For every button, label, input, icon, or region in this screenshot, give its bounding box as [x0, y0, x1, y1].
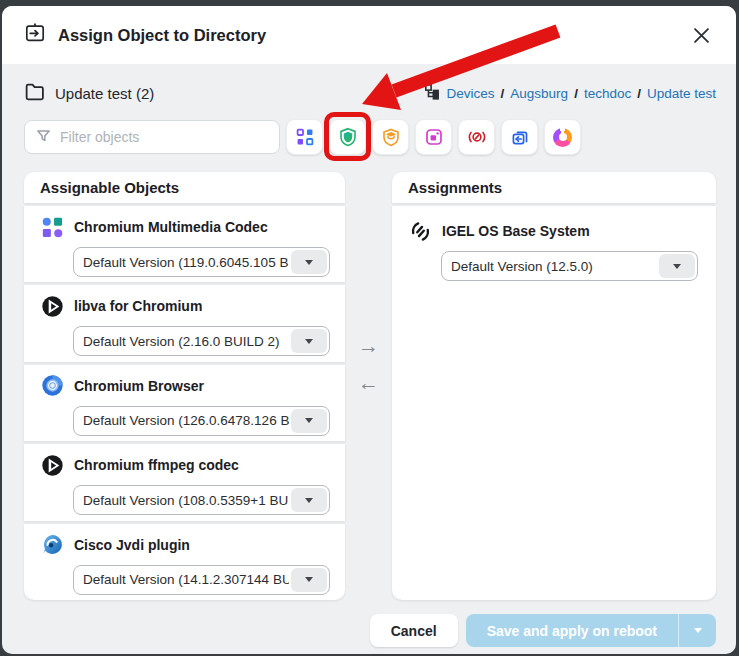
assignable-objects-panel: Assignable Objects Ch: [24, 172, 345, 600]
unassign-left-arrow[interactable]: ←: [358, 372, 379, 393]
version-select-value: Default Version (14.1.2.307144 BUILD: [74, 572, 289, 587]
version-select-value: Default Version (126.0.6478.126 BUILD: [74, 413, 289, 428]
breadcrumb-separator: /: [637, 86, 641, 101]
version-select-value: Default Version (108.0.5359+1 BUILD: [74, 493, 289, 508]
object-title: libva for Chromium: [74, 298, 202, 314]
save-options-dropdown[interactable]: [678, 614, 716, 647]
version-select[interactable]: Default Version (2.16.0 BUILD 2): [73, 326, 330, 356]
dialog-footer: Cancel Save and apply on reboot: [24, 614, 716, 647]
breadcrumb-link-techdoc[interactable]: techdoc: [584, 86, 631, 101]
close-icon[interactable]: [688, 22, 714, 48]
shield-green-icon[interactable]: [329, 119, 366, 155]
dialog-content: Update test (2) Devices / Augsburg: [2, 81, 736, 647]
list-item-igel-os-base-system[interactable]: IGEL OS Base System Default Version (12.…: [408, 219, 701, 281]
version-select[interactable]: Default Version (14.1.2.307144 BUILD: [73, 565, 330, 595]
breadcrumb-separator: /: [574, 86, 578, 101]
version-select-value: Default Version (119.0.6045.105 BUILD: [74, 255, 289, 270]
screen: Assign Object to Directory Update test (…: [0, 0, 739, 656]
assign-object-dialog: Assign Object to Directory Update test (…: [2, 6, 736, 654]
color-wheel-icon[interactable]: [544, 119, 581, 155]
dialog-title: Assign Object to Directory: [58, 26, 266, 45]
multimedia-codec-icon: [40, 215, 64, 239]
filter-input-field[interactable]: [60, 129, 269, 145]
object-title: Chromium ffmpeg codec: [74, 457, 239, 473]
object-title: Chromium Multimedia Codec: [74, 219, 268, 235]
app-container-magenta-icon[interactable]: [415, 119, 452, 155]
breadcrumb-link-devices[interactable]: Devices: [447, 86, 495, 101]
chevron-down-icon[interactable]: [291, 409, 327, 433]
breadcrumb: Devices / Augsburg / techdoc / Update te…: [424, 83, 716, 103]
folder-icon: [24, 81, 45, 106]
dialog-header: Assign Object to Directory: [2, 6, 736, 64]
apps-grid-icon[interactable]: [286, 119, 323, 155]
save-and-apply-button[interactable]: Save and apply on reboot: [466, 614, 678, 647]
transfer-panels: Assignable Objects Ch: [24, 172, 716, 600]
version-select-value: Default Version (2.16.0 BUILD 2): [74, 334, 289, 349]
filter-objects-input[interactable]: [24, 120, 280, 154]
cancel-button[interactable]: Cancel: [370, 614, 458, 647]
version-select[interactable]: Default Version (108.0.5359+1 BUILD: [73, 485, 330, 515]
chevron-down-icon[interactable]: [659, 254, 695, 278]
shield-graduation-orange-icon[interactable]: [372, 119, 409, 155]
chevron-down-icon: [694, 628, 702, 633]
object-title: Cisco Jvdi plugin: [74, 537, 190, 553]
object-title: Chromium Browser: [74, 378, 204, 394]
chevron-down-icon[interactable]: [291, 568, 327, 592]
disc-play-icon: [40, 453, 64, 477]
assignments-list: IGEL OS Base System Default Version (12.…: [392, 206, 716, 600]
assign-right-arrow[interactable]: →: [358, 335, 379, 356]
object-title: IGEL OS Base System: [442, 223, 590, 239]
assignments-panel: Assignments: [392, 172, 716, 600]
list-item-chromium-browser[interactable]: Chromium Browser Default Version (126.0.…: [24, 365, 345, 441]
list-item-chromium-multimedia-codec[interactable]: Chromium Multimedia Codec Default Versio…: [24, 206, 345, 282]
color-wheel-glyph: [553, 128, 572, 147]
profiles-red-icon[interactable]: [458, 119, 495, 155]
disc-play-icon: [40, 294, 64, 318]
funnel-icon: [35, 127, 52, 148]
version-select[interactable]: Default Version (119.0.6045.105 BUILD: [73, 247, 330, 277]
version-select-value: Default Version (12.5.0): [442, 259, 657, 274]
chromium-icon: [40, 374, 64, 398]
cisco-bubble-icon: [40, 533, 64, 557]
igel-logo-icon: [408, 219, 432, 243]
chevron-down-icon[interactable]: [291, 250, 327, 274]
assignments-header: Assignments: [392, 172, 716, 203]
transfer-controls: → ←: [345, 172, 392, 600]
save-split-button: Save and apply on reboot: [466, 614, 716, 647]
chevron-down-icon[interactable]: [291, 488, 327, 512]
breadcrumb-link-augsburg[interactable]: Augsburg: [510, 86, 568, 101]
breadcrumb-link-update-test[interactable]: Update test: [647, 86, 716, 101]
list-item-cisco-jvdi-plugin[interactable]: Cisco Jvdi plugin Default Version (14.1.…: [24, 524, 345, 600]
directory-name: Update test (2): [55, 85, 154, 102]
list-item-chromium-ffmpeg-codec[interactable]: Chromium ffmpeg codec Default Version (1…: [24, 444, 345, 520]
assign-to-directory-icon: [24, 22, 46, 48]
filter-row: [24, 119, 716, 155]
chevron-down-icon[interactable]: [291, 329, 327, 353]
version-select[interactable]: Default Version (12.5.0): [441, 251, 698, 281]
version-select[interactable]: Default Version (126.0.6478.126 BUILD: [73, 406, 330, 436]
assignable-objects-header: Assignable Objects: [24, 172, 345, 203]
directory-row: Update test (2) Devices / Augsburg: [24, 81, 716, 105]
breadcrumb-separator: /: [501, 86, 505, 101]
object-type-toolbar: [286, 119, 581, 155]
assign-files-blue-icon[interactable]: [501, 119, 538, 155]
tree-hierarchy-icon: [424, 83, 441, 103]
list-item-libva-for-chromium[interactable]: libva for Chromium Default Version (2.16…: [24, 285, 345, 361]
